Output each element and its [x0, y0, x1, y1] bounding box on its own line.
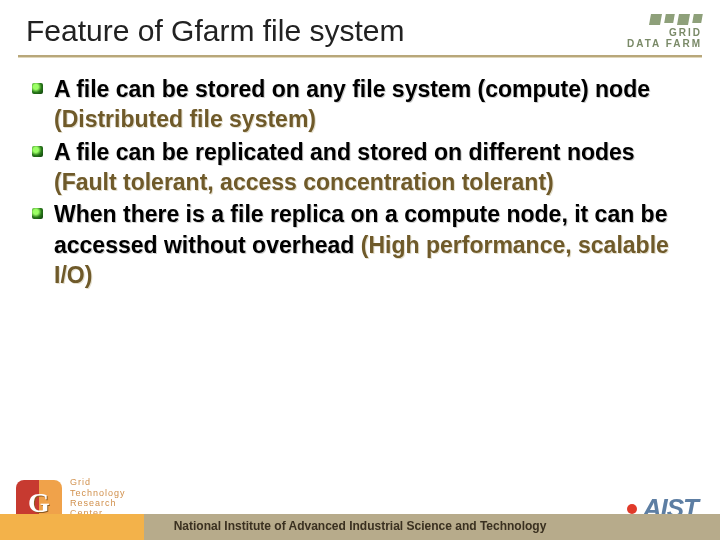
bullet-text: A file can be stored on any file system …: [54, 76, 650, 102]
bullet-icon: [32, 83, 43, 94]
logo-line1: GRID: [627, 27, 702, 38]
bullet-icon: [32, 146, 43, 157]
bullet-note: (Distributed file system): [54, 106, 316, 132]
slide-title: Feature of Gfarm file system: [26, 14, 404, 48]
list-item: A file can be replicated and stored on d…: [54, 137, 686, 198]
footer-text: National Institute of Advanced Industria…: [0, 519, 720, 533]
grid-data-farm-logo: GRID DATA FARM: [627, 14, 702, 49]
logo-line2: DATA FARM: [627, 38, 702, 49]
bullet-icon: [32, 208, 43, 219]
bullet-list: A file can be stored on any file system …: [54, 74, 686, 291]
list-item: When there is a file replica on a comput…: [54, 199, 686, 290]
bullet-text: A file can be replicated and stored on d…: [54, 139, 635, 165]
logo-cubes-icon: [627, 14, 702, 25]
list-item: A file can be stored on any file system …: [54, 74, 686, 135]
slide-footer: G Grid Technology Research Center AIST A…: [0, 468, 720, 540]
footer-bar: National Institute of Advanced Industria…: [0, 514, 720, 540]
slide-header: Feature of Gfarm file system GRID DATA F…: [0, 0, 720, 55]
aist-dot-icon: [627, 504, 637, 514]
slide-body: A file can be stored on any file system …: [0, 58, 720, 291]
bullet-note: (Fault tolerant, access concentration to…: [54, 169, 554, 195]
